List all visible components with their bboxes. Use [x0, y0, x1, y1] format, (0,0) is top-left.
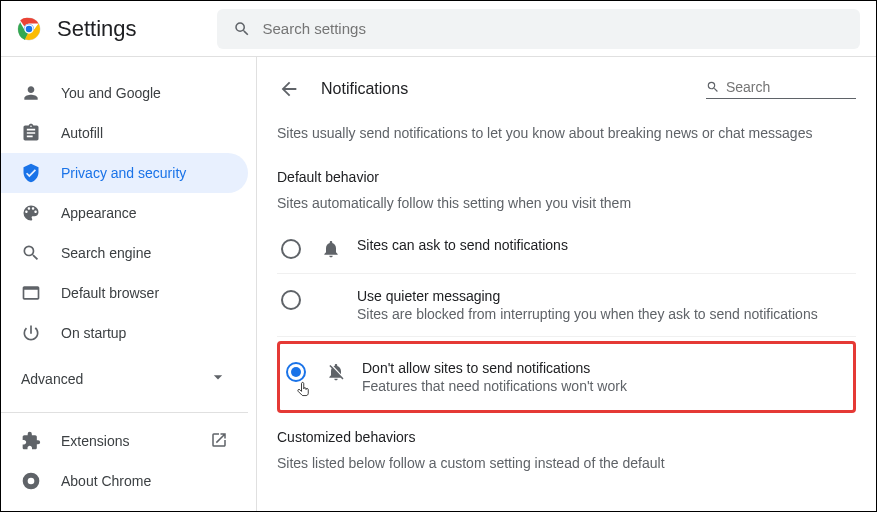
option-title: Don't allow sites to send notifications: [362, 360, 627, 376]
sidebar-item-privacy-security[interactable]: Privacy and security: [1, 153, 248, 193]
assignment-icon: [21, 123, 41, 143]
sidebar-item-label: Autofill: [61, 125, 103, 141]
bell-icon: [321, 239, 341, 259]
person-icon: [21, 83, 41, 103]
option-dont-allow[interactable]: Don't allow sites to send notifications …: [280, 346, 851, 408]
sidebar-item-on-startup[interactable]: On startup: [1, 313, 248, 353]
arrow-back-icon: [278, 78, 300, 100]
default-behavior-title: Default behavior: [277, 169, 856, 185]
sidebar-item-label: Appearance: [61, 205, 137, 221]
radio-button[interactable]: [281, 239, 301, 259]
chevron-down-icon: [208, 367, 228, 390]
global-search-input[interactable]: [263, 20, 845, 37]
search-icon: [706, 79, 720, 95]
page-title: Notifications: [321, 80, 408, 98]
sidebar-item-extensions[interactable]: Extensions: [1, 421, 248, 461]
customized-behaviors-subtitle: Sites listed below follow a custom setti…: [277, 455, 856, 471]
open-in-new-icon: [210, 431, 228, 452]
sidebar-item-you-and-google[interactable]: You and Google: [1, 73, 248, 113]
highlighted-option: Don't allow sites to send notifications …: [277, 341, 856, 413]
sidebar-advanced-toggle[interactable]: Advanced: [1, 353, 248, 404]
option-title: Use quieter messaging: [357, 288, 818, 304]
svg-point-2: [25, 25, 33, 33]
sidebar-item-label: On startup: [61, 325, 126, 341]
shield-icon: [21, 163, 41, 183]
advanced-label: Advanced: [21, 371, 83, 387]
customized-behaviors-title: Customized behaviors: [277, 429, 856, 445]
sidebar-item-label: Extensions: [61, 433, 129, 449]
back-button[interactable]: [277, 77, 301, 101]
sidebar-item-label: Default browser: [61, 285, 159, 301]
sidebar: You and Google Autofill Privacy and secu…: [1, 57, 257, 511]
sidebar-item-appearance[interactable]: Appearance: [1, 193, 248, 233]
sidebar-item-label: Privacy and security: [61, 165, 186, 181]
sidebar-item-search-engine[interactable]: Search engine: [1, 233, 248, 273]
sidebar-item-label: You and Google: [61, 85, 161, 101]
bell-off-icon: [326, 362, 346, 382]
chrome-small-icon: [21, 471, 41, 491]
radio-button[interactable]: [286, 362, 306, 382]
browser-icon: [21, 283, 41, 303]
power-icon: [21, 323, 41, 343]
app-title: Settings: [57, 16, 137, 42]
svg-point-4: [28, 478, 35, 485]
global-search[interactable]: [217, 9, 861, 49]
option-subtitle: Sites are blocked from interrupting you …: [357, 306, 818, 322]
extension-icon: [21, 431, 41, 451]
page-search[interactable]: [706, 79, 856, 99]
option-title: Sites can ask to send notifications: [357, 237, 568, 253]
content: Notifications Sites usually send notific…: [257, 57, 876, 511]
search-icon: [233, 20, 251, 38]
cursor-pointer-icon: [294, 380, 312, 402]
option-quieter-messaging[interactable]: Use quieter messaging Sites are blocked …: [277, 274, 856, 337]
sidebar-item-about-chrome[interactable]: About Chrome: [1, 461, 248, 501]
chrome-logo-icon: [17, 17, 41, 41]
option-subtitle: Features that need notifications won't w…: [362, 378, 627, 394]
option-sites-can-ask[interactable]: Sites can ask to send notifications: [277, 223, 856, 274]
search-icon: [21, 243, 41, 263]
page-description: Sites usually send notifications to let …: [277, 125, 856, 141]
default-behavior-subtitle: Sites automatically follow this setting …: [277, 195, 856, 211]
sidebar-item-autofill[interactable]: Autofill: [1, 113, 248, 153]
radio-button[interactable]: [281, 290, 301, 310]
page-search-input[interactable]: [726, 79, 856, 95]
sidebar-item-default-browser[interactable]: Default browser: [1, 273, 248, 313]
sidebar-item-label: Search engine: [61, 245, 151, 261]
palette-icon: [21, 203, 41, 223]
divider: [1, 412, 248, 413]
sidebar-item-label: About Chrome: [61, 473, 151, 489]
